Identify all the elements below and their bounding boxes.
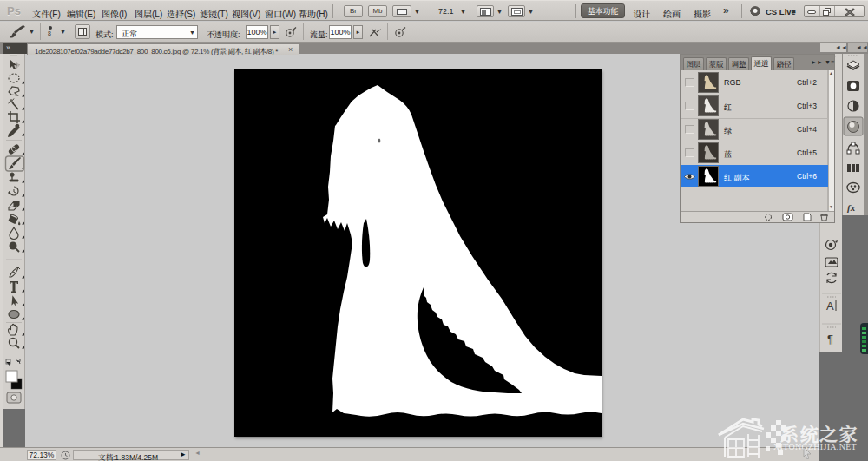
svg-text:¶: ¶	[827, 333, 833, 346]
svg-text:A: A	[826, 300, 834, 313]
svg-text:fx: fx	[847, 202, 856, 213]
